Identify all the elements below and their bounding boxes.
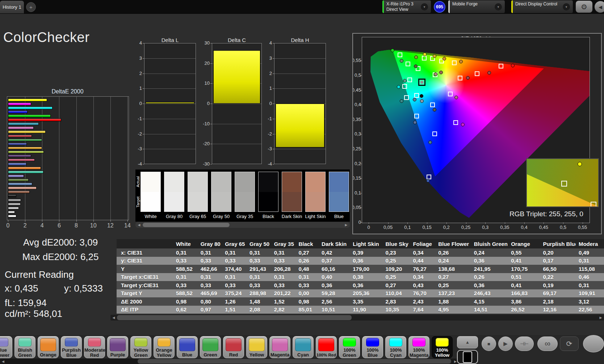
delta_l-tick-label: 0: [130, 101, 142, 106]
marker-mode-button[interactable]: ⊣⊢: [515, 336, 534, 351]
patch-scroll-thumb[interactable]: [138, 359, 451, 364]
patch-button-100-red[interactable]: 100% Red: [316, 336, 337, 358]
delta_l-tick-label: 3: [130, 55, 142, 61]
table-scroll-thumb[interactable]: [117, 315, 352, 320]
patch-button-bluish-green[interactable]: BluishGreen: [14, 336, 35, 358]
cie-target-square: [458, 76, 462, 80]
patch-button-100-yellow[interactable]: 100%Yellow: [432, 336, 453, 358]
scroll-right-icon[interactable]: ▶: [598, 315, 603, 320]
display-control-dropdown[interactable]: Direct Display Control ▼: [511, 0, 573, 13]
table-scrollbar[interactable]: ◀ ▶: [110, 315, 604, 321]
patch-button-yellow[interactable]: Yellow: [246, 336, 267, 358]
table-cell: 0,33: [222, 281, 247, 289]
delta_c-bar: [213, 50, 260, 104]
delta_l-tick: [143, 134, 144, 134]
table-cell: 109,20: [382, 265, 410, 273]
cie-measurement-dot: [439, 71, 443, 74]
max-de2000: Max dE2000: 6,25: [4, 251, 117, 263]
de2000-bar: [8, 118, 61, 121]
cie-ytick-label: 0,35: [352, 117, 361, 122]
patch-color: [436, 338, 449, 347]
settings-button[interactable]: ⚙: [576, 1, 592, 13]
swatch-scrollbar[interactable]: ◀ ▶: [135, 222, 350, 228]
pattern-window-button[interactable]: [457, 350, 478, 364]
de2000-gridline: [127, 97, 128, 220]
continuous-read-button[interactable]: ∞: [537, 336, 558, 351]
patch-button-orange-yellow[interactable]: OrangeYellow: [154, 336, 175, 358]
stop-button[interactable]: ■: [482, 336, 496, 351]
table-cell: 0,24: [435, 257, 471, 265]
table-cell: 138,68: [435, 265, 471, 273]
inset-measurement-dot: [578, 162, 582, 166]
patch-button-green[interactable]: Green: [200, 336, 221, 358]
table-cell: 3,35: [350, 297, 382, 306]
patch-label: Green: [339, 353, 360, 358]
play-button[interactable]: ▶: [498, 336, 513, 351]
swatch-actual: [259, 172, 278, 192]
pattern-window-icon: [463, 351, 472, 363]
sync-button[interactable]: ⟳: [560, 336, 579, 351]
table-cell: 0,37: [319, 257, 350, 265]
patch-button-blue[interactable]: Blue: [177, 336, 198, 358]
cie-xtick-label: 0,5: [556, 225, 570, 230]
patch-button-blue-flower[interactable]: BlueFlower: [0, 336, 12, 358]
extra-action-button[interactable]: [583, 335, 604, 352]
meter-line1: X-Rite i1Pro 3: [386, 1, 414, 7]
scroll-left-icon[interactable]: ◀: [111, 315, 116, 320]
table-cell: 0,36: [319, 281, 350, 289]
patch-button-moderate-red[interactable]: ModerateRed: [84, 336, 105, 358]
de2000-bar: [8, 130, 46, 133]
tab-history-1[interactable]: History 1: [0, 1, 24, 13]
cie-target-square: [414, 114, 419, 118]
patch-scrollbar[interactable]: ◀ ▶: [0, 359, 458, 364]
table-cell: 0,80: [198, 297, 222, 306]
table-cell: 0,31: [247, 248, 271, 257]
table-cell: 0,25: [382, 257, 410, 265]
patch-button-100-blue[interactable]: 100%Blue: [362, 336, 383, 358]
pattern-source-dropdown[interactable]: Mobile Forge ▼: [448, 0, 505, 13]
table-cell: 7,64: [410, 306, 435, 314]
delta_h-tick-label: 4: [260, 40, 272, 46]
cie-ytick-label: 0,25: [352, 146, 361, 151]
table-column-header: Black: [295, 239, 319, 248]
patch-button-yellow-green[interactable]: YellowGreen: [130, 336, 151, 358]
scroll-up-button[interactable]: ▲: [457, 336, 478, 348]
swatch-actual: [329, 172, 349, 192]
cie-measurement-dot: [400, 59, 403, 63]
table-row: Target Y588,52465,69375,24288,98201,220,…: [117, 289, 604, 298]
table-cell: 0,48: [295, 265, 319, 273]
patch-button-purple[interactable]: Purple: [107, 336, 128, 358]
patch-button-orange[interactable]: Orange: [38, 336, 59, 358]
swatch-scroll-thumb[interactable]: [143, 223, 230, 227]
table-cell: 288,98: [247, 289, 271, 298]
patch-button-100-cyan[interactable]: 100%Cyan: [385, 336, 406, 358]
swatch-blue: [329, 172, 349, 212]
scroll-left-icon[interactable]: ◀: [1, 359, 5, 364]
swatch-gray-80: [164, 172, 184, 212]
scroll-left-icon[interactable]: ◀: [137, 222, 142, 227]
table-row-label: Target Y: [117, 289, 173, 298]
de2000-tick: [93, 220, 94, 222]
delta_c-tick-label: 10: [198, 80, 210, 86]
swatch-gray-65: [188, 172, 208, 212]
patch-button-purplish-blue[interactable]: PurplishBlue: [61, 336, 82, 358]
meter-dropdown[interactable]: X-Rite i1Pro 3 Direct View ▼: [382, 0, 431, 13]
cie-measurement-dot: [442, 57, 446, 60]
patch-button-cyan[interactable]: Cyan: [293, 336, 314, 358]
table-cell: 0,31: [271, 248, 296, 257]
de2000-tick: [110, 220, 111, 222]
table-cell: 0,49: [576, 248, 604, 257]
patch-button-100-magenta[interactable]: 100%Magenta: [408, 336, 429, 358]
patch-button-100-green[interactable]: 100%Green: [339, 336, 360, 358]
cie-measurement-dot: [420, 99, 424, 103]
patch-button-red[interactable]: Red: [223, 336, 244, 358]
de2000-tick-label: 8: [70, 222, 83, 229]
table-cell: 0,00: [295, 289, 319, 298]
swatch-label: Dark Skin: [280, 214, 303, 219]
cie-xtick: [388, 222, 389, 224]
add-tab-button[interactable]: +: [26, 2, 36, 12]
table-cell: 12,16: [540, 306, 575, 314]
collapse-panel-button[interactable]: ◀: [595, 1, 604, 13]
patch-button-magenta[interactable]: Magenta: [269, 336, 290, 358]
scroll-right-icon[interactable]: ▶: [344, 222, 349, 227]
